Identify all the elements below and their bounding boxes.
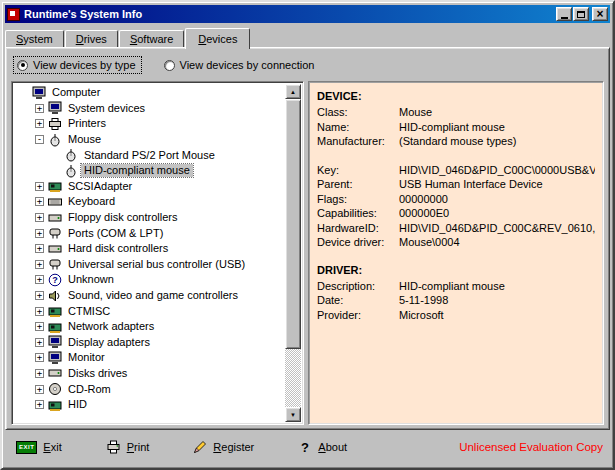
tree-item-label: SCSIAdapter [65,180,135,193]
details-section-device: DEVICE:Class:MouseName:HID-compliant mou… [317,90,595,250]
expand-toggle[interactable]: + [33,273,46,286]
plus-icon: + [35,197,44,206]
detail-label: Manufacturer: [317,134,399,149]
about-button[interactable]: ?About [298,440,347,454]
detail-value: HID\VID_046D&PID_C00C&REV_0610,... [399,221,595,236]
detail-row-device-driver: Device driver:Mouse\0004 [317,235,595,250]
tree-item-standard-ps-2-port-mouse[interactable]: Standard PS/2 Port Mouse [15,147,284,163]
tree-item-label: Sound, video and game controllers [65,289,241,302]
tree-item-disks-drives[interactable]: +Disks drives [15,366,284,382]
tree-item-label: CD-Rom [65,383,114,396]
exit-button[interactable]: EXITExit [16,441,62,454]
footer-button-label: Exit [43,441,61,453]
expand-toggle[interactable]: + [33,383,46,396]
tree-item-computer[interactable]: Computer [15,85,284,101]
tab-drives[interactable]: Drives [65,30,118,47]
tree-item-label: Monitor [65,351,108,364]
expand-toggle[interactable]: + [33,258,46,271]
minimize-button[interactable] [556,7,572,21]
expand-toggle[interactable]: + [33,211,46,224]
close-button[interactable]: × [592,7,608,21]
tree-scrollbar[interactable]: ▲ ▼ [285,84,301,422]
plus-icon: + [35,322,44,331]
expand-spacer [49,149,62,162]
plus-icon: + [35,307,44,316]
tree-item-scsiadapter[interactable]: +SCSIAdapter [15,179,284,195]
expand-toggle[interactable]: + [33,180,46,193]
tab-software[interactable]: Software [119,30,184,47]
tree-item-network-adapters[interactable]: +Network adapters [15,319,284,335]
tree-item-printers[interactable]: +Printers [15,116,284,132]
scrollbar-thumb[interactable] [285,99,301,349]
tree-item-floppy-disk-controllers[interactable]: +Floppy disk controllers [15,210,284,226]
expand-toggle[interactable]: + [33,320,46,333]
radio-button-icon [17,60,28,71]
register-icon [193,440,207,454]
monitor-icon [47,351,63,365]
tree-item-universal-serial-bus-controller-usb[interactable]: +Universal serial bus controller (USB) [15,257,284,273]
expand-toggle[interactable]: + [33,351,46,364]
expand-toggle[interactable]: + [33,117,46,130]
print-button[interactable]: Print [106,440,150,454]
tree-item-ctmisc[interactable]: +CTMISC [15,303,284,319]
radio-view-devices-by-type[interactable]: View devices by type [14,57,141,73]
tab-devices[interactable]: Devices [185,28,250,49]
scroll-down-button[interactable]: ▼ [285,407,301,422]
tree-item-monitor[interactable]: +Monitor [15,350,284,366]
register-button[interactable]: Register [193,440,254,454]
tree-item-label: Floppy disk controllers [65,211,180,224]
tree-item-hid[interactable]: +HID [15,397,284,413]
tree-item-hard-disk-controllers[interactable]: +Hard disk controllers [15,241,284,257]
detail-value: HID-compliant mouse [399,120,595,135]
tree-item-mouse[interactable]: -Mouse [15,132,284,148]
expand-toggle[interactable]: + [33,195,46,208]
tree-item-cd-rom[interactable]: +CD-Rom [15,381,284,397]
tree-item-system-devices[interactable]: +System devices [15,101,284,117]
plus-icon: + [35,338,44,347]
maximize-button[interactable] [573,7,589,21]
ctmisc-icon [47,304,63,318]
tree-item-label: Disks drives [65,367,130,380]
devices-page: View devices by typeView devices by conn… [5,47,610,430]
expand-toggle[interactable]: + [33,398,46,411]
detail-value: USB Human Interface Device [399,177,595,192]
scroll-up-button[interactable]: ▲ [285,84,301,99]
network-icon [47,320,63,334]
expand-toggle[interactable]: + [33,242,46,255]
expand-toggle[interactable]: + [33,305,46,318]
expand-toggle[interactable]: + [33,227,46,240]
plus-icon: + [35,213,44,222]
tab-system[interactable]: System [5,30,64,47]
page-content: Computer+System devices+Printers-MouseSt… [11,81,604,425]
plus-icon: + [35,244,44,253]
display-icon [47,335,63,349]
plus-icon: + [35,119,44,128]
radio-view-devices-by-connection[interactable]: View devices by connection [161,57,320,73]
expand-toggle[interactable]: + [33,102,46,115]
detail-row-key: Key:HID\VID_046D&PID_C00C\0000USB&V... [317,163,595,178]
tree-item-hid-compliant-mouse[interactable]: HID-compliant mouse [15,163,284,179]
system-devices-icon [47,101,63,115]
tree-item-label: System devices [65,102,148,115]
tree-item-unknown[interactable]: +?Unknown [15,272,284,288]
section-title: DRIVER: [317,264,595,276]
detail-row-provider: Provider:Microsoft [317,308,595,323]
expand-toggle[interactable]: - [33,133,46,146]
tree-item-label: Ports (COM & LPT) [65,227,166,240]
expand-toggle[interactable]: + [33,367,46,380]
tree-item-label: Hard disk controllers [65,242,171,255]
expand-toggle[interactable]: + [33,336,46,349]
ports-icon [47,226,63,240]
plus-icon: + [35,182,44,191]
license-notice: Unlicensed Evaluation Copy [459,441,603,453]
keyboard-icon [47,195,63,209]
computer-icon [31,86,47,100]
tree-item-ports-com-lpt[interactable]: +Ports (COM & LPT) [15,225,284,241]
expand-toggle[interactable]: + [33,289,46,302]
tree-item-display-adapters[interactable]: +Display adapters [15,335,284,351]
detail-label: Class: [317,105,399,120]
tree-item-sound-video-and-game-controllers[interactable]: +Sound, video and game controllers [15,288,284,304]
tree-item-keyboard[interactable]: +Keyboard [15,194,284,210]
footer-bar: EXITExitPrintRegister?About Unlicensed E… [2,430,613,468]
plus-icon: + [35,400,44,409]
